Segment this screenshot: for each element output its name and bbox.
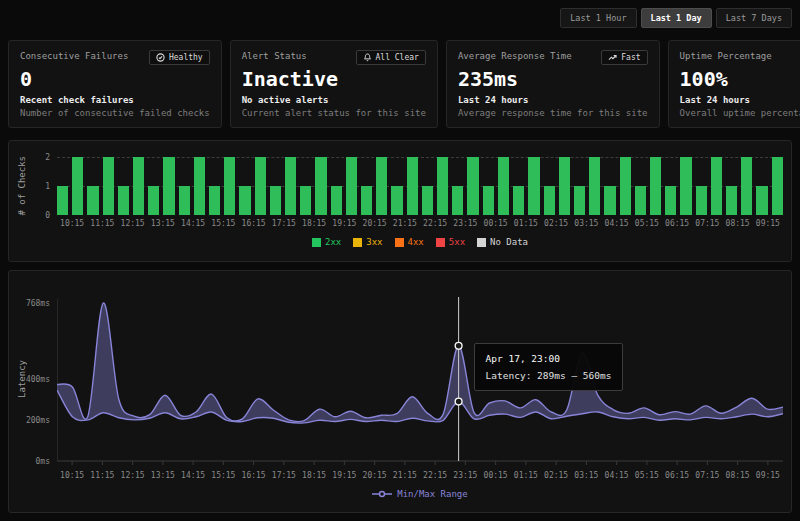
check-bar[interactable] bbox=[331, 186, 342, 215]
check-bar[interactable] bbox=[285, 157, 296, 215]
x-tick-label: 15:15 bbox=[208, 219, 238, 228]
check-bar[interactable] bbox=[574, 186, 585, 215]
check-bar[interactable] bbox=[255, 157, 266, 215]
x-tick-label: 10:15 bbox=[57, 471, 87, 480]
check-bar[interactable] bbox=[665, 186, 676, 215]
badge-label: Fast bbox=[621, 53, 640, 62]
check-bar[interactable] bbox=[179, 186, 190, 215]
legend-swatch bbox=[312, 238, 321, 247]
minmax-legend-label: Min/Max Range bbox=[397, 489, 467, 499]
check-bar[interactable] bbox=[559, 157, 570, 215]
check-bar[interactable] bbox=[57, 186, 68, 215]
check-bar[interactable] bbox=[391, 186, 402, 215]
x-tick-label: 19:15 bbox=[329, 219, 359, 228]
check-bar[interactable] bbox=[437, 157, 448, 215]
card-title: Alert Status bbox=[242, 50, 307, 61]
time-range-button-last-7-days[interactable]: Last 7 Days bbox=[716, 8, 792, 28]
check-bar[interactable] bbox=[118, 186, 129, 215]
check-bar[interactable] bbox=[300, 186, 311, 215]
x-tick-label: 08:15 bbox=[723, 471, 753, 480]
card-value: Inactive bbox=[242, 68, 426, 90]
check-bar[interactable] bbox=[650, 157, 661, 215]
x-tick-label: 00:15 bbox=[481, 471, 511, 480]
x-tick-label: 16:15 bbox=[239, 471, 269, 480]
check-bar[interactable] bbox=[376, 157, 387, 215]
check-bar[interactable] bbox=[741, 157, 752, 215]
legend-item-no-data: No Data bbox=[477, 237, 528, 247]
bar-ytick-2: 2 bbox=[45, 153, 50, 162]
check-bar[interactable] bbox=[756, 186, 767, 215]
check-bar[interactable] bbox=[528, 157, 539, 215]
check-bar[interactable] bbox=[103, 157, 114, 215]
x-tick-label: 14:15 bbox=[178, 471, 208, 480]
check-bar[interactable] bbox=[346, 157, 357, 215]
badge-label: All Clear bbox=[376, 53, 419, 62]
card-subtitle: No active alerts bbox=[242, 95, 426, 105]
check-bar[interactable] bbox=[635, 186, 646, 215]
legend-label: 4xx bbox=[408, 237, 424, 247]
check-bar[interactable] bbox=[209, 186, 220, 215]
bar-chart-plot[interactable]: 2 1 0 bbox=[57, 157, 783, 215]
x-tick-label: 05:15 bbox=[632, 471, 662, 480]
check-bar[interactable] bbox=[224, 157, 235, 215]
stat-card-uptime-percentage: Uptime PercentageOn Target100%Last 24 ho… bbox=[668, 40, 800, 128]
check-bar[interactable] bbox=[711, 157, 722, 215]
x-tick-label: 01:15 bbox=[511, 471, 541, 480]
x-tick-label: 03:15 bbox=[571, 471, 601, 480]
check-bar[interactable] bbox=[407, 157, 418, 215]
check-bar[interactable] bbox=[513, 186, 524, 215]
check-bar[interactable] bbox=[544, 186, 555, 215]
check-bar[interactable] bbox=[87, 186, 98, 215]
check-bar[interactable] bbox=[422, 186, 433, 215]
check-circle-icon bbox=[156, 53, 165, 62]
tooltip-date: Apr 17, 23:00 bbox=[486, 353, 612, 364]
time-range-button-last-1-hour[interactable]: Last 1 Hour bbox=[560, 8, 636, 28]
check-bar[interactable] bbox=[315, 157, 326, 215]
check-bar[interactable] bbox=[604, 186, 615, 215]
check-bar[interactable] bbox=[696, 186, 707, 215]
check-bar[interactable] bbox=[772, 157, 783, 215]
check-bar[interactable] bbox=[133, 157, 144, 215]
legend-swatch bbox=[477, 238, 486, 247]
check-bar[interactable] bbox=[680, 157, 691, 215]
card-subtitle: Recent check failures bbox=[20, 95, 210, 105]
check-bar[interactable] bbox=[467, 157, 478, 215]
status-badge: Fast bbox=[601, 50, 647, 65]
check-bar[interactable] bbox=[498, 157, 509, 215]
minmax-legend-icon bbox=[372, 490, 392, 498]
latency-x-labels: 10:1511:1512:1513:1514:1515:1516:1517:15… bbox=[57, 471, 783, 480]
bar-ytick-1: 1 bbox=[45, 182, 50, 191]
check-bar[interactable] bbox=[589, 157, 600, 215]
checks-bar-chart-panel: # of Checks 2 1 0 10:1511:1512:1513:1514… bbox=[8, 140, 792, 262]
bar-chart-y-axis-title: # of Checks bbox=[15, 157, 29, 215]
check-bar[interactable] bbox=[72, 157, 83, 215]
check-bar[interactable] bbox=[239, 186, 250, 215]
card-value: 0 bbox=[20, 68, 210, 90]
x-tick-label: 20:15 bbox=[360, 471, 390, 480]
check-bar[interactable] bbox=[163, 157, 174, 215]
latency-ytick-label: 400ms bbox=[26, 374, 50, 383]
check-bar[interactable] bbox=[620, 157, 631, 215]
x-tick-label: 03:15 bbox=[571, 219, 601, 228]
x-tick-label: 09:15 bbox=[753, 471, 783, 480]
time-range-button-last-1-day[interactable]: Last 1 Day bbox=[641, 8, 712, 28]
legend-label: 2xx bbox=[325, 237, 341, 247]
latency-plot[interactable]: Apr 17, 23:00 Latency: 289ms – 560ms 0ms… bbox=[57, 291, 783, 467]
bell-icon bbox=[363, 53, 372, 62]
check-bar[interactable] bbox=[148, 186, 159, 215]
dashboard-page: Last 1 HourLast 1 DayLast 7 Days Consecu… bbox=[0, 0, 800, 521]
stat-card-average-response-time: Average Response TimeFast235msLast 24 ho… bbox=[446, 40, 660, 128]
check-bar[interactable] bbox=[452, 186, 463, 215]
card-title: Uptime Percentage bbox=[680, 50, 772, 61]
bar-chart-legend: 2xx3xx4xx5xxNo Data bbox=[57, 237, 783, 247]
check-bar[interactable] bbox=[194, 157, 205, 215]
trending-up-icon bbox=[608, 53, 617, 62]
x-tick-label: 04:15 bbox=[602, 219, 632, 228]
check-bar[interactable] bbox=[270, 186, 281, 215]
check-bar[interactable] bbox=[726, 186, 737, 215]
x-tick-label: 00:15 bbox=[481, 219, 511, 228]
bar-chart-x-labels: 10:1511:1512:1513:1514:1515:1516:1517:15… bbox=[57, 219, 783, 228]
check-bar[interactable] bbox=[361, 186, 372, 215]
stat-cards-row: Consecutive FailuresHealthy0Recent check… bbox=[8, 40, 792, 128]
check-bar[interactable] bbox=[483, 186, 494, 215]
